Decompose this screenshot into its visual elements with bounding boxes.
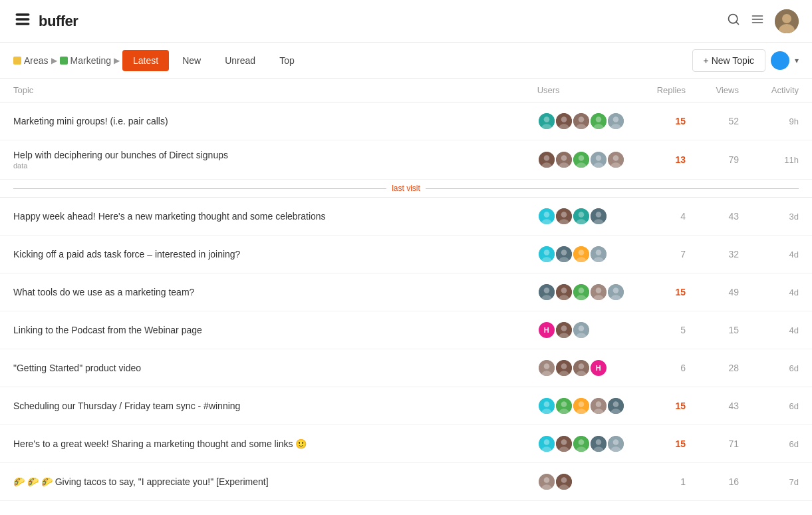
user-avatar-icon xyxy=(537,207,556,226)
user-avatar-icon xyxy=(555,207,573,226)
user-avatar[interactable] xyxy=(775,9,799,33)
user-avatar-icon xyxy=(589,245,608,263)
svg-point-90 xyxy=(561,363,567,369)
activity-cell: 9h xyxy=(752,102,812,140)
tab-top[interactable]: Top xyxy=(269,50,305,71)
topic-title[interactable]: What tools do we use as a marketing team… xyxy=(13,287,511,297)
marketing-chevron-icon: ▶ xyxy=(114,56,120,65)
table-row: "Getting Started" product video H6286d xyxy=(0,349,812,387)
logo-text: buffer xyxy=(39,13,78,30)
breadcrumb-marketing[interactable]: Marketing ▶ xyxy=(60,55,120,66)
users-cell xyxy=(524,425,644,463)
user-avatar-icon xyxy=(537,150,556,169)
breadcrumb-marketing-label: Marketing xyxy=(70,55,111,66)
user-avatar-icon xyxy=(555,359,573,377)
svg-point-99 xyxy=(561,401,567,407)
user-avatar-icon xyxy=(572,283,591,301)
views-cell: 79 xyxy=(699,140,752,180)
topic-title[interactable]: "Getting Started" product video xyxy=(13,363,511,373)
activity-cell: 6d xyxy=(752,425,812,463)
views-cell: 32 xyxy=(699,236,752,273)
svg-point-12 xyxy=(543,116,549,122)
user-avatar-icon xyxy=(572,397,591,415)
topic-cell: What tools do we use as a marketing team… xyxy=(0,273,524,311)
user-avatar-icon: H xyxy=(589,359,608,377)
topic-cell: Kicking off a paid ads task force – inte… xyxy=(0,236,524,273)
user-avatar-icon xyxy=(537,245,556,263)
logo-area: buffer xyxy=(13,10,78,33)
replies-cell: 13 xyxy=(644,140,699,180)
replies-cell: 15 xyxy=(644,425,699,463)
svg-point-78 xyxy=(612,287,618,293)
notification-dot[interactable] xyxy=(771,51,789,70)
svg-point-111 xyxy=(543,439,549,445)
tab-unread[interactable]: Unread xyxy=(214,50,266,71)
activity-cell: 11h xyxy=(752,140,812,180)
svg-point-42 xyxy=(543,212,549,218)
user-avatar-icon xyxy=(589,150,608,169)
new-topic-button[interactable]: + New Topic xyxy=(692,49,765,72)
user-avatar-icon xyxy=(555,434,573,453)
search-icon[interactable] xyxy=(727,13,740,29)
th-users: Users xyxy=(524,79,644,102)
svg-point-51 xyxy=(595,212,601,218)
breadcrumb-areas[interactable]: Areas ▶ xyxy=(13,55,57,66)
svg-rect-2 xyxy=(16,23,30,25)
views-cell: 71 xyxy=(699,425,752,463)
svg-point-36 xyxy=(595,155,601,161)
topic-title[interactable]: 🌮 🌮 🌮 Giving tacos to say, "I appreciate… xyxy=(13,476,511,487)
svg-point-60 xyxy=(578,250,584,256)
areas-color-indicator xyxy=(13,57,21,65)
topic-title[interactable]: Kicking off a paid ads task force – inte… xyxy=(13,249,511,259)
user-avatar-icon xyxy=(537,472,556,491)
navbar-right: + New Topic ▾ xyxy=(692,49,799,72)
svg-point-66 xyxy=(543,287,549,293)
replies-cell: 7 xyxy=(644,236,699,273)
svg-point-93 xyxy=(578,363,584,369)
user-avatar-icon xyxy=(607,397,625,415)
hamburger-menu-icon[interactable] xyxy=(751,13,764,29)
users-cell xyxy=(524,273,644,311)
header-right xyxy=(727,9,799,33)
user-avatar-icon xyxy=(607,150,625,169)
svg-point-18 xyxy=(578,116,584,122)
svg-point-57 xyxy=(561,250,567,256)
table-row: Linking to the Podcast from the Webinar … xyxy=(0,311,812,349)
topic-cell: 🌮 🌮 🌮 Giving tacos to say, "I appreciate… xyxy=(0,463,524,501)
buffer-logo-icon xyxy=(13,10,32,33)
views-cell: 43 xyxy=(699,387,752,425)
replies-cell: 6 xyxy=(644,349,699,387)
user-avatar-icon xyxy=(537,434,556,453)
svg-rect-0 xyxy=(16,13,30,16)
topic-title[interactable]: Marketing mini groups! (i.e. pair calls) xyxy=(13,116,511,126)
topic-title[interactable]: Help with deciphering our bunches of Dir… xyxy=(13,150,511,160)
users-cell xyxy=(524,387,644,425)
topic-title[interactable]: Happy week ahead! Here's a new marketing… xyxy=(13,211,511,222)
table-row: Help with deciphering our bunches of Dir… xyxy=(0,140,812,180)
header: buffer xyxy=(0,0,812,43)
svg-point-39 xyxy=(612,155,618,161)
tab-new[interactable]: New xyxy=(172,50,211,71)
th-topic: Topic xyxy=(0,79,524,102)
breadcrumb-areas-label: Areas xyxy=(24,55,49,66)
replies-cell: 15 xyxy=(644,102,699,140)
activity-cell: 4d xyxy=(752,273,812,311)
topic-title[interactable]: Linking to the Podcast from the Webinar … xyxy=(13,325,511,335)
notification-dropdown-icon[interactable]: ▾ xyxy=(795,56,799,65)
table-row: What tools do we use as a marketing team… xyxy=(0,273,812,311)
users-cell: H xyxy=(524,349,644,387)
topic-title[interactable]: Here's to a great week! Sharing a market… xyxy=(13,438,511,449)
views-cell: 28 xyxy=(699,349,752,387)
svg-point-75 xyxy=(595,287,601,293)
user-avatar-icon xyxy=(572,207,591,226)
svg-point-9 xyxy=(782,14,791,23)
svg-point-81 xyxy=(561,325,567,331)
user-avatar-icon xyxy=(589,207,608,226)
user-avatar-icon xyxy=(572,112,591,130)
views-cell: 52 xyxy=(699,102,752,140)
user-avatar-icon: H xyxy=(537,321,556,339)
topic-title[interactable]: Scheduling our Thursday / Friday team sy… xyxy=(13,401,511,411)
svg-point-114 xyxy=(561,439,567,445)
tab-latest[interactable]: Latest xyxy=(122,50,169,71)
activity-cell: 3d xyxy=(752,198,812,236)
